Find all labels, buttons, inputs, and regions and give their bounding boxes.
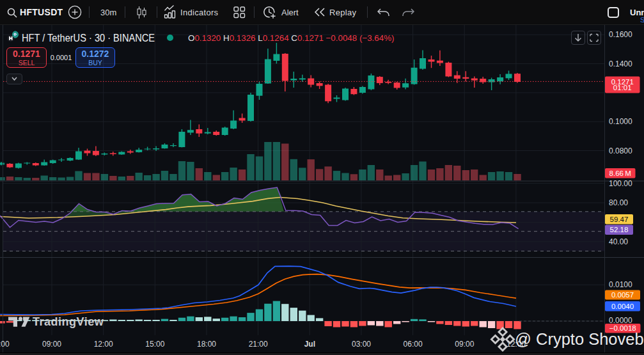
svg-text:18:00: 18:00: [197, 340, 216, 349]
svg-text:Jul: Jul: [304, 340, 315, 349]
svg-text:03:00: 03:00: [352, 340, 371, 349]
svg-text:09:00: 09:00: [455, 340, 474, 349]
svg-text:0.0040: 0.0040: [611, 303, 634, 310]
svg-text:0.0057: 0.0057: [611, 291, 634, 299]
svg-text:15:00: 15:00: [145, 340, 164, 349]
svg-text:TradingView: TradingView: [33, 315, 104, 328]
svg-text:21:00: 21:00: [249, 340, 268, 349]
svg-text:06:00: 06:00: [404, 340, 423, 349]
svg-text:@ Crypto Shoveb: @ Crypto Shoveb: [515, 330, 644, 348]
svg-text:0.0800: 0.0800: [609, 146, 632, 155]
svg-text:8.66 M: 8.66 M: [609, 170, 631, 177]
svg-text:0.1000: 0.1000: [609, 117, 632, 126]
svg-text:01:01: 01:01: [613, 84, 632, 91]
svg-text:40.00: 40.00: [609, 237, 628, 246]
svg-text:09:00: 09:00: [42, 340, 61, 349]
svg-text:12:00: 12:00: [94, 340, 113, 349]
svg-text:52.18: 52.18: [610, 226, 629, 233]
svg-text:80.00: 80.00: [609, 198, 628, 207]
svg-text:0.0000: 0.0000: [609, 316, 632, 325]
svg-text::00: :00: [0, 340, 10, 349]
svg-text:100.00: 100.00: [609, 179, 632, 188]
svg-text:0.1400: 0.1400: [609, 59, 632, 68]
svg-text:59.47: 59.47: [610, 216, 629, 223]
svg-text:0.0100: 0.0100: [609, 280, 632, 289]
svg-text:0.1600: 0.1600: [609, 30, 632, 39]
